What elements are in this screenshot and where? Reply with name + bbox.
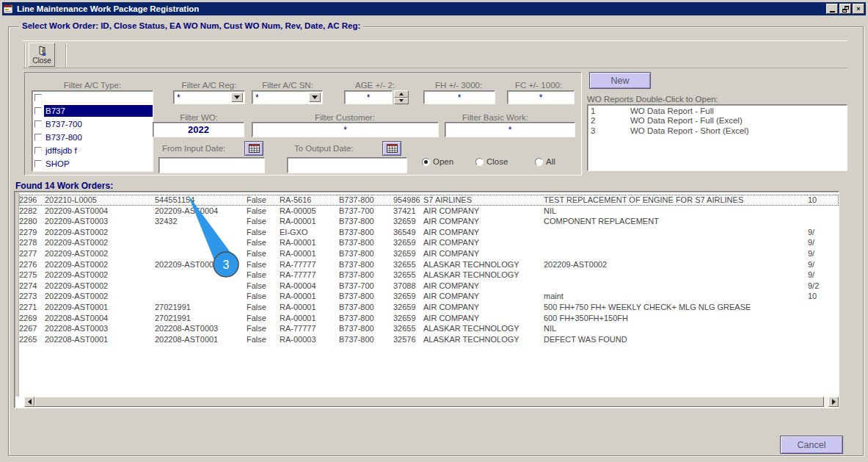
wo-cell: 10 bbox=[808, 292, 817, 300]
wo-cell: 202209-AST0002 bbox=[45, 238, 108, 247]
from-input-date-field[interactable] bbox=[158, 157, 265, 173]
filter-ac-type-label: Filter A/C Type: bbox=[64, 81, 121, 90]
radio-circle-icon bbox=[535, 158, 543, 166]
filter-basic-work-input[interactable]: * bbox=[445, 122, 575, 137]
checkbox-icon[interactable] bbox=[34, 107, 42, 115]
ac-type-list-item[interactable]: B737-700 bbox=[32, 118, 153, 131]
wo-cell: RA-00001 bbox=[280, 217, 316, 225]
scroll-right-button[interactable] bbox=[828, 397, 839, 407]
table-row[interactable]: 2267202208-AST0003202208-AST0003FalseRA-… bbox=[19, 323, 839, 334]
ac-sn-dropdown-button[interactable] bbox=[309, 93, 321, 102]
minimize-button[interactable] bbox=[826, 4, 838, 14]
age-input[interactable]: * bbox=[344, 90, 393, 104]
age-filter-label: AGE +/- 2: bbox=[355, 81, 395, 90]
ac-type-list-item[interactable]: SHOP bbox=[32, 157, 153, 170]
wo-cell: 37088 bbox=[393, 281, 416, 290]
wo-cell: AIR COMPANY bbox=[423, 281, 479, 290]
table-row[interactable]: 2296202210-L0005544551154FalseRA-5616B73… bbox=[19, 195, 839, 206]
table-row[interactable]: 2282202209-AST0004202209-AST0004FalseRA-… bbox=[19, 206, 839, 217]
wo-cell: AIR COMPANY bbox=[423, 228, 479, 237]
cancel-button[interactable]: Cancel bbox=[780, 436, 843, 454]
title-bar: Line Maintenance Work Package Registrati… bbox=[2, 2, 866, 15]
scroll-left-button[interactable] bbox=[24, 397, 34, 407]
to-date-calendar-button[interactable] bbox=[382, 141, 401, 156]
wo-cell: 32659 bbox=[393, 292, 416, 300]
ac-type-item-label bbox=[44, 96, 153, 99]
wo-cell: NIL bbox=[544, 206, 556, 215]
checkbox-icon[interactable] bbox=[34, 94, 42, 101]
wo-cell: B737-800 bbox=[339, 260, 374, 269]
wo-cell: 2276 bbox=[19, 260, 37, 269]
report-item-name: WO Data Report - Full bbox=[630, 107, 714, 115]
wo-cell: 202210-L0005 bbox=[45, 195, 97, 204]
wo-cell: ALASKAR TECHNOLOGY bbox=[423, 324, 519, 333]
ac-type-list-item[interactable] bbox=[32, 91, 153, 104]
wo-cell: RA-00001 bbox=[280, 303, 316, 311]
from-date-calendar-button[interactable] bbox=[244, 141, 263, 156]
ac-type-list-item[interactable]: B737 bbox=[32, 104, 153, 118]
checkbox-icon[interactable] bbox=[34, 134, 42, 141]
table-row[interactable]: 2279202209-AST0002FalseEI-GXOB737-800365… bbox=[19, 227, 839, 238]
wo-cell: 9/ bbox=[808, 249, 814, 258]
grid-rows: 2296202210-L0005544551154FalseRA-5616B73… bbox=[19, 195, 839, 397]
radio-open[interactable]: Open bbox=[422, 157, 453, 166]
wo-cell: 202209-AST0002 bbox=[45, 281, 108, 290]
table-row[interactable]: 2276202209-AST0002202209-AST0002FalseRA-… bbox=[19, 259, 839, 270]
ac-reg-combobox[interactable]: * bbox=[173, 90, 245, 104]
wo-cell: False bbox=[247, 249, 266, 258]
table-row[interactable]: 2277202209-AST0002FalseRA-00001B737-8003… bbox=[19, 248, 839, 259]
wo-cell: DEFECT WAS FOUND bbox=[544, 335, 627, 344]
fh-input[interactable]: * bbox=[423, 90, 495, 104]
fc-input[interactable]: * bbox=[507, 90, 575, 104]
wo-cell: 202208-AST0001 bbox=[45, 335, 108, 344]
filter-wo-input[interactable]: 2022 bbox=[153, 122, 244, 137]
filter-customer-input[interactable]: * bbox=[252, 122, 439, 137]
table-row[interactable]: 2274202209-AST0002FalseRA-00004B737-7003… bbox=[19, 281, 839, 292]
scrollbar-thumb[interactable] bbox=[34, 397, 824, 407]
report-list-item[interactable]: 2WO Data Report - Full (Excel) bbox=[588, 116, 847, 126]
ac-type-list-item[interactable]: jdffsjdb f bbox=[32, 144, 153, 157]
filter-ac-sn-label: Filter A/C SN: bbox=[262, 81, 313, 90]
ac-reg-dropdown-button[interactable] bbox=[231, 93, 243, 102]
ac-type-list-item[interactable]: B737-800 bbox=[32, 131, 153, 144]
wo-cell: False bbox=[247, 314, 266, 322]
wo-reports-listbox[interactable]: 1WO Data Report - Full2WO Data Report - … bbox=[587, 104, 847, 171]
ac-type-listbox[interactable]: B737B737-700B737-800jdffsjdb fSHOP bbox=[32, 90, 153, 172]
checkbox-icon[interactable] bbox=[34, 147, 42, 154]
close-button[interactable]: Close bbox=[29, 43, 55, 67]
wo-cell: 9/ bbox=[808, 228, 814, 237]
wo-cell: 600 FH+350FH+150FH bbox=[544, 314, 628, 322]
table-row[interactable]: 2273202209-AST0002FalseRA-00001B737-8003… bbox=[19, 291, 839, 302]
checkbox-icon[interactable] bbox=[34, 120, 42, 128]
table-row[interactable]: 2275202209-AST0002FalseRA-77777B737-8003… bbox=[19, 270, 839, 281]
ac-sn-combobox[interactable]: * bbox=[252, 90, 323, 104]
close-window-button[interactable]: × bbox=[853, 4, 864, 14]
table-row[interactable]: 2280202209-AST000332432FalseRA-00001B737… bbox=[19, 216, 839, 227]
ac-type-item-label: SHOP bbox=[44, 158, 153, 170]
wo-cell: B737-800 bbox=[339, 228, 374, 237]
spinner-up-button[interactable] bbox=[394, 90, 409, 98]
radio-all[interactable]: All bbox=[535, 157, 555, 166]
wo-cell: B737-700 bbox=[339, 281, 374, 290]
checkbox-icon[interactable] bbox=[34, 160, 42, 167]
restore-button[interactable] bbox=[839, 4, 851, 14]
report-item-number: 3 bbox=[588, 126, 630, 135]
spinner-down-button[interactable] bbox=[394, 98, 409, 105]
cancel-button-label: Cancel bbox=[798, 440, 826, 450]
fh-filter-label: FH +/- 3000: bbox=[435, 81, 482, 90]
report-item-number: 2 bbox=[588, 116, 630, 125]
work-orders-grid[interactable]: 2296202210-L0005544551154FalseRA-5616B73… bbox=[14, 191, 839, 408]
table-row[interactable]: 2269202208-AST000427021991FalseRA-00001B… bbox=[19, 313, 839, 324]
to-output-date-field[interactable] bbox=[287, 157, 407, 173]
radio-close[interactable]: Close bbox=[475, 157, 508, 166]
report-list-item[interactable]: 3WO Data Report - Short (Excel) bbox=[588, 126, 847, 136]
report-list-item[interactable]: 1WO Data Report - Full bbox=[588, 106, 847, 116]
table-row[interactable]: 2271202209-AST000127021991FalseRA-00001B… bbox=[19, 302, 839, 313]
table-row[interactable]: 2278202209-AST0002FalseRA-00001B737-8003… bbox=[19, 237, 839, 248]
wo-cell: AIR COMPANY bbox=[423, 303, 479, 311]
new-button[interactable]: New bbox=[589, 72, 651, 89]
wo-cell: 2265 bbox=[19, 335, 37, 344]
horizontal-scrollbar[interactable] bbox=[24, 397, 839, 407]
wo-cell: 500 FH+750 FH+ WEEKLY CHECK+ MLG NLG GRE… bbox=[544, 303, 751, 311]
table-row[interactable]: 2265202208-AST0001202208-AST0001FalseRA-… bbox=[19, 334, 839, 345]
